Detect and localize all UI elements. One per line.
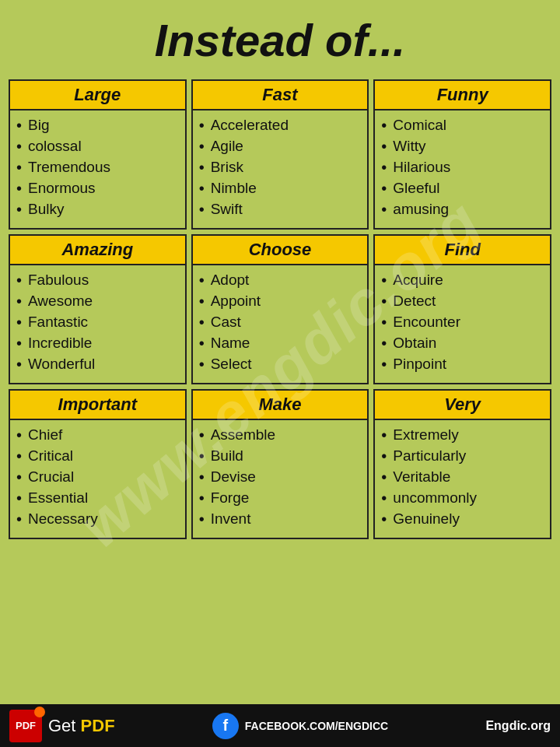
list-item: Forge [199, 488, 362, 509]
cell-header-amazing: Amazing [10, 236, 185, 265]
grid-cell-choose: ChooseAdoptAppointCastNameSelect [191, 234, 369, 384]
list-item: Bulky [16, 199, 179, 220]
list-item: Acquire [381, 270, 544, 291]
list-item: Pinpoint [381, 354, 544, 375]
cell-header-large: Large [10, 81, 185, 110]
cell-body-choose: AdoptAppointCastNameSelect [193, 265, 368, 383]
word-grid: LargeBigcolossalTremendousEnormousBulkyF… [0, 77, 560, 542]
cell-body-make: AssembleBuildDeviseForgeInvent [193, 420, 368, 538]
footer-facebook[interactable]: f FACEBOOK.COM/ENGDICC [212, 713, 388, 739]
list-item: Detect [381, 291, 544, 312]
list-item: Wonderful [16, 354, 179, 375]
list-item: Swift [199, 199, 362, 220]
list-item: Necessary [16, 509, 179, 530]
footer: PDF Get PDF f FACEBOOK.COM/ENGDICC Engdi… [0, 704, 560, 747]
list-item: Obtain [381, 333, 544, 354]
list-item: Particularly [381, 446, 544, 467]
list-item: Nimble [199, 178, 362, 199]
grid-cell-funny: FunnyComicalWittyHilariousGleefulamusing [373, 79, 551, 230]
grid-cell-find: FindAcquireDetectEncounterObtainPinpoint [373, 234, 551, 384]
cell-body-funny: ComicalWittyHilariousGleefulamusing [375, 110, 550, 228]
facebook-label: FACEBOOK.COM/ENGDICC [245, 720, 388, 732]
list-item: Chief [16, 425, 179, 446]
cell-body-amazing: FabulousAwesomeFantasticIncredibleWonder… [10, 265, 185, 383]
list-item: Cast [199, 312, 362, 333]
list-item: Assemble [199, 425, 362, 446]
cell-header-funny: Funny [375, 81, 550, 110]
list-item: Extremely [381, 425, 544, 446]
grid-cell-make: MakeAssembleBuildDeviseForgeInvent [191, 389, 369, 539]
cell-header-important: Important [10, 391, 185, 420]
list-item: colossal [16, 136, 179, 157]
list-item: Fabulous [16, 270, 179, 291]
list-item: Hilarious [381, 157, 544, 178]
page-title: Instead of... [0, 0, 560, 77]
list-item: Gleeful [381, 178, 544, 199]
list-item: Fantastic [16, 312, 179, 333]
grid-cell-very: VeryExtremelyParticularlyVeritableuncomm… [373, 389, 551, 539]
list-item: Witty [381, 136, 544, 157]
list-item: Name [199, 333, 362, 354]
list-item: uncommonly [381, 488, 544, 509]
get-pdf-label: Get PDF [48, 716, 115, 736]
list-item: Big [16, 115, 179, 136]
cell-header-fast: Fast [193, 81, 368, 110]
grid-cell-large: LargeBigcolossalTremendousEnormousBulky [9, 79, 187, 230]
list-item: Adopt [199, 270, 362, 291]
cell-body-fast: AcceleratedAgileBriskNimbleSwift [193, 110, 368, 228]
list-item: Appoint [199, 291, 362, 312]
grid-cell-important: ImportantChiefCriticalCrucialEssentialNe… [9, 389, 187, 539]
list-item: Brisk [199, 157, 362, 178]
footer-pdf-section: PDF Get PDF [9, 710, 115, 742]
list-item: Essential [16, 488, 179, 509]
cell-body-very: ExtremelyParticularlyVeritableuncommonly… [375, 420, 550, 538]
cell-body-important: ChiefCriticalCrucialEssentialNecessary [10, 420, 185, 538]
list-item: Agile [199, 136, 362, 157]
cell-header-find: Find [375, 236, 550, 265]
cell-body-find: AcquireDetectEncounterObtainPinpoint [375, 265, 550, 383]
list-item: Crucial [16, 467, 179, 488]
list-item: Devise [199, 467, 362, 488]
cell-header-make: Make [193, 391, 368, 420]
footer-site: Engdic.org [485, 719, 551, 733]
list-item: Encounter [381, 312, 544, 333]
cell-header-very: Very [375, 391, 550, 420]
list-item: Veritable [381, 467, 544, 488]
cell-body-large: BigcolossalTremendousEnormousBulky [10, 110, 185, 228]
list-item: Invent [199, 509, 362, 530]
cell-header-choose: Choose [193, 236, 368, 265]
grid-cell-fast: FastAcceleratedAgileBriskNimbleSwift [191, 79, 369, 230]
list-item: Build [199, 446, 362, 467]
list-item: Incredible [16, 333, 179, 354]
grid-cell-amazing: AmazingFabulousAwesomeFantasticIncredibl… [9, 234, 187, 384]
list-item: Enormous [16, 178, 179, 199]
pdf-icon: PDF [9, 710, 42, 742]
list-item: Select [199, 354, 362, 375]
list-item: Critical [16, 446, 179, 467]
list-item: amusing [381, 199, 544, 220]
list-item: Awesome [16, 291, 179, 312]
list-item: Genuinely [381, 509, 544, 530]
list-item: Comical [381, 115, 544, 136]
facebook-icon: f [212, 713, 239, 739]
list-item: Accelerated [199, 115, 362, 136]
list-item: Tremendous [16, 157, 179, 178]
